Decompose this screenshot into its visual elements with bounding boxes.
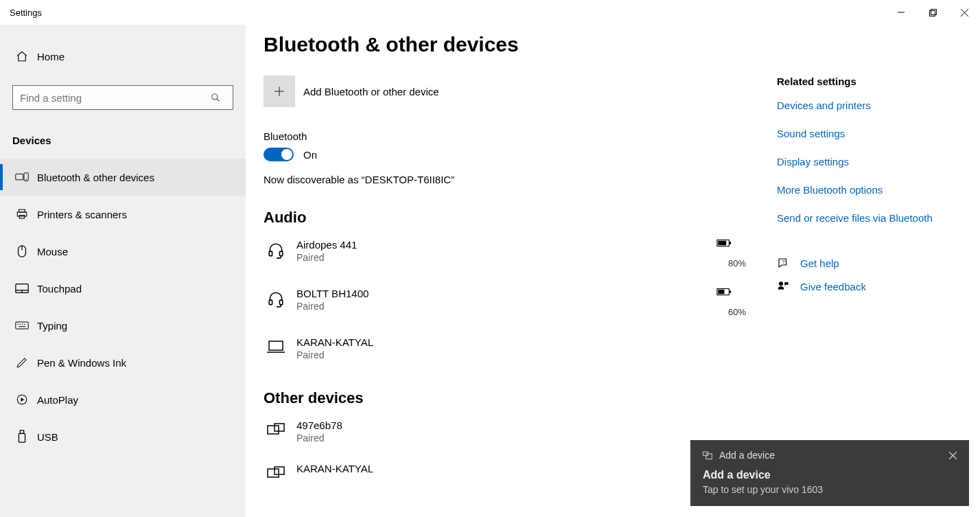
svg-rect-26 bbox=[20, 430, 23, 434]
related-link[interactable]: Send or receive files via Bluetooth bbox=[777, 212, 962, 224]
nav-home-label: Home bbox=[37, 51, 65, 62]
related-title: Related settings bbox=[777, 76, 962, 87]
nav-home[interactable]: Home bbox=[0, 41, 246, 71]
minimize-button[interactable] bbox=[885, 0, 917, 25]
titlebar: Settings bbox=[0, 0, 980, 25]
svg-rect-30 bbox=[269, 251, 272, 256]
svg-rect-36 bbox=[279, 300, 282, 305]
nav-label: AutoPlay bbox=[37, 394, 78, 406]
close-button[interactable] bbox=[948, 0, 980, 25]
svg-rect-18 bbox=[16, 322, 28, 329]
keyboard-icon bbox=[12, 321, 32, 330]
svg-rect-27 bbox=[19, 433, 25, 442]
autoplay-icon bbox=[12, 393, 32, 406]
svg-rect-39 bbox=[730, 290, 731, 293]
search-box[interactable] bbox=[12, 85, 233, 110]
nav-label: Printers & scanners bbox=[37, 209, 127, 220]
toast-message: Tap to set up your vivo 1603 bbox=[703, 484, 957, 495]
nav-mouse[interactable]: Mouse bbox=[0, 233, 246, 270]
screens-icon bbox=[265, 463, 287, 481]
toast-close-button[interactable] bbox=[949, 452, 957, 459]
sidebar-section-title: Devices bbox=[0, 115, 246, 159]
device-battery: 80% bbox=[716, 239, 758, 268]
nav-label: Mouse bbox=[37, 246, 68, 257]
headset-icon bbox=[265, 239, 287, 260]
nav-pen[interactable]: Pen & Windows Ink bbox=[0, 344, 246, 381]
notification-toast[interactable]: Add a device Add a device Tap to set up … bbox=[690, 440, 969, 506]
nav-autoplay[interactable]: AutoPlay bbox=[0, 381, 246, 418]
device-status: Paired bbox=[296, 252, 716, 263]
add-device-button[interactable] bbox=[264, 76, 295, 107]
svg-text:?: ? bbox=[782, 259, 785, 265]
device-row[interactable]: Airdopes 441 Paired 80% bbox=[264, 236, 758, 285]
related-link[interactable]: Display settings bbox=[777, 156, 962, 168]
other-heading: Other devices bbox=[264, 389, 758, 407]
nav-label: Touchpad bbox=[37, 283, 82, 295]
nav-touchpad[interactable]: Touchpad bbox=[0, 270, 246, 307]
svg-point-9 bbox=[26, 179, 27, 180]
nav-typing[interactable]: Typing bbox=[0, 307, 246, 344]
search-input[interactable] bbox=[13, 92, 211, 104]
maximize-button[interactable] bbox=[917, 0, 948, 25]
svg-marker-25 bbox=[21, 398, 25, 402]
svg-rect-49 bbox=[706, 454, 712, 459]
battery-icon bbox=[716, 288, 758, 296]
svg-line-6 bbox=[217, 99, 220, 102]
bluetooth-toggle-state: On bbox=[303, 149, 317, 161]
svg-point-5 bbox=[212, 94, 218, 100]
add-device-label: Add Bluetooth or other device bbox=[303, 86, 439, 97]
toast-app-icon bbox=[703, 450, 712, 460]
device-row[interactable]: KARAN-KATYAL bbox=[264, 460, 758, 481]
devices-icon bbox=[12, 172, 32, 183]
get-help-link[interactable]: Get help bbox=[800, 257, 839, 269]
related-link[interactable]: More Bluetooth options bbox=[777, 184, 962, 196]
svg-rect-45 bbox=[275, 467, 284, 474]
window-controls bbox=[885, 0, 980, 25]
svg-rect-1 bbox=[929, 10, 935, 16]
sidebar: Home Devices Bluetooth & other devices P… bbox=[0, 25, 246, 517]
svg-rect-2 bbox=[931, 9, 936, 14]
svg-rect-7 bbox=[16, 174, 23, 179]
device-row[interactable]: BOLTT BH1400 Paired 60% bbox=[264, 285, 758, 334]
nav-printers[interactable]: Printers & scanners bbox=[0, 196, 246, 233]
svg-rect-35 bbox=[269, 300, 272, 305]
device-name: Airdopes 441 bbox=[296, 239, 716, 251]
bluetooth-toggle[interactable] bbox=[264, 148, 294, 161]
device-row[interactable]: 497e6b78 Paired bbox=[264, 417, 758, 460]
device-status: Paired bbox=[296, 433, 758, 444]
svg-rect-12 bbox=[19, 216, 25, 219]
laptop-icon bbox=[265, 336, 287, 354]
device-name: 497e6b78 bbox=[296, 420, 758, 431]
pen-icon bbox=[12, 356, 32, 369]
nav-usb[interactable]: USB bbox=[0, 418, 246, 455]
bluetooth-label: Bluetooth bbox=[264, 130, 758, 142]
add-device-row[interactable]: Add Bluetooth or other device bbox=[264, 76, 758, 107]
mouse-icon bbox=[12, 244, 32, 258]
svg-rect-44 bbox=[268, 469, 279, 477]
nav-label: Bluetooth & other devices bbox=[37, 172, 154, 183]
nav-label: Typing bbox=[37, 320, 67, 332]
nav-label: USB bbox=[37, 431, 58, 443]
device-name: KARAN-KATYAL bbox=[296, 336, 758, 348]
related-link[interactable]: Sound settings bbox=[777, 128, 962, 139]
search-icon bbox=[211, 93, 233, 102]
printer-icon bbox=[12, 208, 32, 220]
audio-heading: Audio bbox=[264, 209, 758, 227]
battery-icon bbox=[716, 239, 758, 247]
window-title: Settings bbox=[10, 8, 42, 18]
device-battery: 60% bbox=[716, 288, 758, 317]
svg-rect-33 bbox=[718, 241, 726, 245]
toast-type: Add a device bbox=[719, 450, 775, 461]
touchpad-icon bbox=[12, 283, 32, 294]
device-row[interactable]: KARAN-KATYAL Paired bbox=[264, 334, 758, 377]
nav-bluetooth[interactable]: Bluetooth & other devices bbox=[0, 159, 246, 196]
svg-rect-10 bbox=[19, 209, 25, 212]
svg-rect-34 bbox=[730, 242, 731, 244]
related-link[interactable]: Devices and printers bbox=[777, 100, 962, 111]
device-name: BOLTT BH1400 bbox=[296, 288, 716, 299]
give-feedback-link[interactable]: Give feedback bbox=[800, 281, 866, 292]
page-title: Bluetooth & other devices bbox=[264, 33, 962, 56]
feedback-icon bbox=[777, 280, 795, 292]
usb-icon bbox=[12, 430, 32, 444]
device-name: KARAN-KATYAL bbox=[296, 463, 758, 474]
